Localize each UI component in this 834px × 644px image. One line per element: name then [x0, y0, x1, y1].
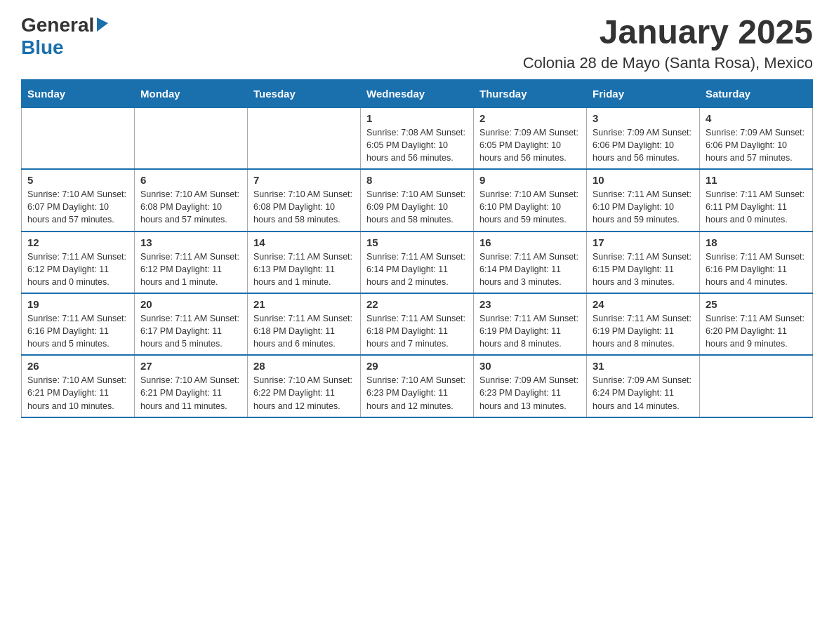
calendar-cell: 7Sunrise: 7:10 AM Sunset: 6:08 PM Daylig…	[248, 169, 361, 231]
svg-marker-0	[97, 18, 108, 32]
day-info: Sunrise: 7:11 AM Sunset: 6:16 PM Dayligh…	[27, 312, 128, 350]
calendar-cell: 26Sunrise: 7:10 AM Sunset: 6:21 PM Dayli…	[22, 355, 135, 417]
day-number: 14	[253, 236, 355, 248]
calendar-cell: 30Sunrise: 7:09 AM Sunset: 6:23 PM Dayli…	[474, 355, 587, 417]
day-number: 15	[366, 236, 468, 248]
calendar-cell: 5Sunrise: 7:10 AM Sunset: 6:07 PM Daylig…	[22, 169, 135, 231]
day-number: 16	[479, 236, 581, 248]
logo: General Blue	[21, 14, 108, 59]
calendar-cell: 21Sunrise: 7:11 AM Sunset: 6:18 PM Dayli…	[248, 293, 361, 355]
day-number: 2	[479, 112, 581, 124]
calendar-cell: 28Sunrise: 7:10 AM Sunset: 6:22 PM Dayli…	[248, 355, 361, 417]
day-info: Sunrise: 7:10 AM Sunset: 6:21 PM Dayligh…	[140, 374, 241, 412]
logo-blue-text: Blue	[21, 36, 64, 58]
col-friday: Friday	[587, 80, 700, 107]
location-title: Colonia 28 de Mayo (Santa Rosa), Mexico	[523, 54, 813, 72]
calendar-table: Sunday Monday Tuesday Wednesday Thursday…	[21, 79, 813, 418]
calendar-cell: 4Sunrise: 7:09 AM Sunset: 6:06 PM Daylig…	[700, 107, 813, 169]
day-number: 30	[479, 360, 581, 372]
day-info: Sunrise: 7:09 AM Sunset: 6:06 PM Dayligh…	[706, 126, 807, 164]
day-number: 28	[253, 360, 355, 372]
calendar-cell: 20Sunrise: 7:11 AM Sunset: 6:17 PM Dayli…	[135, 293, 248, 355]
day-number: 17	[593, 236, 694, 248]
calendar-cell: 23Sunrise: 7:11 AM Sunset: 6:19 PM Dayli…	[474, 293, 587, 355]
calendar-cell: 12Sunrise: 7:11 AM Sunset: 6:12 PM Dayli…	[22, 232, 135, 293]
day-info: Sunrise: 7:10 AM Sunset: 6:07 PM Dayligh…	[27, 188, 128, 226]
day-info: Sunrise: 7:10 AM Sunset: 6:21 PM Dayligh…	[27, 374, 128, 412]
day-info: Sunrise: 7:11 AM Sunset: 6:11 PM Dayligh…	[706, 188, 807, 226]
day-number: 31	[593, 360, 694, 372]
col-sunday: Sunday	[22, 80, 135, 107]
calendar-cell: 11Sunrise: 7:11 AM Sunset: 6:11 PM Dayli…	[700, 169, 813, 231]
day-info: Sunrise: 7:11 AM Sunset: 6:13 PM Dayligh…	[253, 250, 355, 288]
day-info: Sunrise: 7:11 AM Sunset: 6:16 PM Dayligh…	[706, 250, 807, 288]
day-number: 29	[366, 360, 468, 372]
day-info: Sunrise: 7:10 AM Sunset: 6:08 PM Dayligh…	[140, 188, 241, 226]
day-info: Sunrise: 7:11 AM Sunset: 6:15 PM Dayligh…	[593, 250, 694, 288]
day-info: Sunrise: 7:11 AM Sunset: 6:20 PM Dayligh…	[706, 312, 807, 350]
page-header: General Blue January 2025 Colonia 28 de …	[21, 14, 813, 72]
day-info: Sunrise: 7:10 AM Sunset: 6:23 PM Dayligh…	[366, 374, 468, 412]
calendar-cell	[22, 107, 135, 169]
calendar-cell: 8Sunrise: 7:10 AM Sunset: 6:09 PM Daylig…	[361, 169, 474, 231]
day-number: 8	[366, 174, 468, 186]
week-row-2: 5Sunrise: 7:10 AM Sunset: 6:07 PM Daylig…	[22, 169, 813, 231]
calendar-cell: 16Sunrise: 7:11 AM Sunset: 6:14 PM Dayli…	[474, 232, 587, 293]
day-number: 25	[706, 298, 807, 310]
day-number: 10	[593, 174, 694, 186]
calendar-cell: 9Sunrise: 7:10 AM Sunset: 6:10 PM Daylig…	[474, 169, 587, 231]
calendar-cell: 24Sunrise: 7:11 AM Sunset: 6:19 PM Dayli…	[587, 293, 700, 355]
col-monday: Monday	[135, 80, 248, 107]
calendar-cell: 1Sunrise: 7:08 AM Sunset: 6:05 PM Daylig…	[361, 107, 474, 169]
day-info: Sunrise: 7:11 AM Sunset: 6:17 PM Dayligh…	[140, 312, 241, 350]
day-info: Sunrise: 7:08 AM Sunset: 6:05 PM Dayligh…	[366, 126, 468, 164]
calendar-cell: 15Sunrise: 7:11 AM Sunset: 6:14 PM Dayli…	[361, 232, 474, 293]
week-row-1: 1Sunrise: 7:08 AM Sunset: 6:05 PM Daylig…	[22, 107, 813, 169]
calendar-cell: 29Sunrise: 7:10 AM Sunset: 6:23 PM Dayli…	[361, 355, 474, 417]
month-title: January 2025	[523, 14, 813, 51]
day-number: 22	[366, 298, 468, 310]
day-info: Sunrise: 7:11 AM Sunset: 6:14 PM Dayligh…	[479, 250, 581, 288]
day-info: Sunrise: 7:09 AM Sunset: 6:23 PM Dayligh…	[479, 374, 581, 412]
week-row-5: 26Sunrise: 7:10 AM Sunset: 6:21 PM Dayli…	[22, 355, 813, 417]
calendar-cell: 17Sunrise: 7:11 AM Sunset: 6:15 PM Dayli…	[587, 232, 700, 293]
day-number: 11	[706, 174, 807, 186]
day-info: Sunrise: 7:11 AM Sunset: 6:14 PM Dayligh…	[366, 250, 468, 288]
title-area: January 2025 Colonia 28 de Mayo (Santa R…	[523, 14, 813, 72]
day-info: Sunrise: 7:11 AM Sunset: 6:19 PM Dayligh…	[593, 312, 694, 350]
col-thursday: Thursday	[474, 80, 587, 107]
day-number: 21	[253, 298, 355, 310]
day-info: Sunrise: 7:10 AM Sunset: 6:09 PM Dayligh…	[366, 188, 468, 226]
calendar-cell: 10Sunrise: 7:11 AM Sunset: 6:10 PM Dayli…	[587, 169, 700, 231]
calendar-cell: 3Sunrise: 7:09 AM Sunset: 6:06 PM Daylig…	[587, 107, 700, 169]
day-number: 13	[140, 236, 241, 248]
calendar-cell: 6Sunrise: 7:10 AM Sunset: 6:08 PM Daylig…	[135, 169, 248, 231]
day-info: Sunrise: 7:09 AM Sunset: 6:06 PM Dayligh…	[593, 126, 694, 164]
day-info: Sunrise: 7:10 AM Sunset: 6:08 PM Dayligh…	[253, 188, 355, 226]
day-number: 5	[27, 174, 128, 186]
day-number: 3	[593, 112, 694, 124]
day-number: 9	[479, 174, 581, 186]
calendar-cell: 27Sunrise: 7:10 AM Sunset: 6:21 PM Dayli…	[135, 355, 248, 417]
calendar-cell: 25Sunrise: 7:11 AM Sunset: 6:20 PM Dayli…	[700, 293, 813, 355]
day-number: 12	[27, 236, 128, 248]
day-info: Sunrise: 7:11 AM Sunset: 6:12 PM Dayligh…	[140, 250, 241, 288]
logo-general-text: General	[21, 14, 94, 36]
col-tuesday: Tuesday	[248, 80, 361, 107]
day-number: 18	[706, 236, 807, 248]
header-row: Sunday Monday Tuesday Wednesday Thursday…	[22, 80, 813, 107]
week-row-3: 12Sunrise: 7:11 AM Sunset: 6:12 PM Dayli…	[22, 232, 813, 293]
calendar-cell	[248, 107, 361, 169]
calendar-cell: 18Sunrise: 7:11 AM Sunset: 6:16 PM Dayli…	[700, 232, 813, 293]
calendar-cell: 13Sunrise: 7:11 AM Sunset: 6:12 PM Dayli…	[135, 232, 248, 293]
day-info: Sunrise: 7:09 AM Sunset: 6:24 PM Dayligh…	[593, 374, 694, 412]
calendar-cell	[135, 107, 248, 169]
day-number: 23	[479, 298, 581, 310]
day-number: 7	[253, 174, 355, 186]
calendar-cell: 14Sunrise: 7:11 AM Sunset: 6:13 PM Dayli…	[248, 232, 361, 293]
day-info: Sunrise: 7:11 AM Sunset: 6:10 PM Dayligh…	[593, 188, 694, 226]
calendar-cell: 19Sunrise: 7:11 AM Sunset: 6:16 PM Dayli…	[22, 293, 135, 355]
day-info: Sunrise: 7:11 AM Sunset: 6:19 PM Dayligh…	[479, 312, 581, 350]
col-saturday: Saturday	[700, 80, 813, 107]
day-number: 20	[140, 298, 241, 310]
